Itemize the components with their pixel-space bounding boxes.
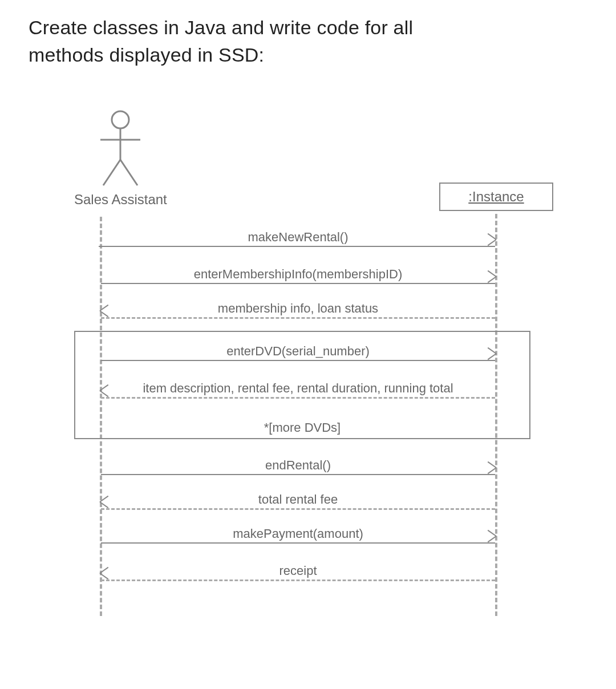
arrow-line <box>101 508 495 510</box>
message-label: makePayment(amount) <box>101 526 495 541</box>
arrow-line <box>101 360 495 361</box>
instance-label: :Instance <box>468 189 524 205</box>
actor: Sales Assistant <box>74 108 167 208</box>
message-label: endRental() <box>101 458 495 473</box>
title-line-2: methods displayed in SSD: <box>29 44 264 66</box>
arrow-line <box>101 317 495 319</box>
arrow-line <box>101 542 495 544</box>
return-label: total rental fee <box>101 492 495 507</box>
message-label: enterMembershipInfo(membershipID) <box>101 267 495 282</box>
instance-box: :Instance <box>439 183 553 211</box>
svg-point-0 <box>112 111 129 128</box>
message-makeNewRental: makeNewRental() <box>101 231 495 254</box>
return-label: membership info, loan status <box>101 301 495 316</box>
message-enterDVD: enterDVD(serial_number) <box>101 345 495 368</box>
return-total-fee: total rental fee <box>101 493 495 516</box>
return-item-description: item description, rental fee, rental dur… <box>101 382 495 405</box>
return-membership-info: membership info, loan status <box>101 302 495 325</box>
message-label: makeNewRental() <box>101 230 495 245</box>
arrow-line <box>101 474 495 475</box>
return-receipt: receipt <box>101 565 495 587</box>
svg-line-3 <box>103 160 120 185</box>
return-label: receipt <box>101 564 495 578</box>
ssd-diagram: Sales Assistant :Instance makeNewRental(… <box>29 103 587 650</box>
message-makePayment: makePayment(amount) <box>101 528 495 550</box>
message-label: enterDVD(serial_number) <box>101 344 495 359</box>
loop-guard: *[more DVDs] <box>75 420 529 435</box>
svg-line-4 <box>120 160 137 185</box>
title-line-1: Create classes in Java and write code fo… <box>29 17 413 38</box>
arrow-line <box>101 397 495 399</box>
actor-label: Sales Assistant <box>74 192 167 208</box>
message-origin-tick <box>99 246 103 247</box>
arrow-line <box>101 283 495 284</box>
return-label: item description, rental fee, rental dur… <box>101 381 495 396</box>
arrow-line <box>101 579 495 581</box>
message-enterMembershipInfo: enterMembershipInfo(membershipID) <box>101 268 495 291</box>
prompt-title: Create classes in Java and write code fo… <box>29 14 413 68</box>
arrow-line <box>101 246 495 247</box>
stick-figure-icon <box>95 108 146 188</box>
message-endRental: endRental() <box>101 459 495 482</box>
